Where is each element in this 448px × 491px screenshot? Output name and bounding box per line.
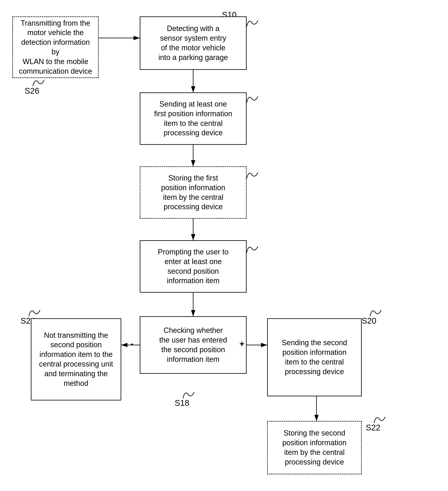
box-prompt-text: Prompting the user to enter at least one… (158, 247, 229, 286)
squiggle-s10 (244, 16, 261, 29)
box-not-transmit: Not transmitting the second position inf… (31, 318, 121, 400)
arrow-label-minus: - (130, 339, 133, 349)
box-detect: Detecting with a sensor system entry of … (140, 16, 247, 70)
box-detect-text: Detecting with a sensor system entry of … (158, 24, 228, 62)
squiggle-s24 (27, 306, 43, 318)
squiggle-s14 (244, 168, 261, 181)
box-wlan-text: Transmitting from the motor vehicle the … (17, 19, 94, 76)
squiggle-s20 (368, 306, 384, 318)
box-store-first-text: Storing the first position information i… (161, 173, 225, 212)
box-prompt: Prompting the user to enter at least one… (140, 240, 247, 293)
box-check-text: Checking whether the user has entered th… (159, 326, 227, 364)
squiggle-s18 (181, 388, 197, 400)
box-send-first-text: Sending at least one first position info… (154, 99, 232, 138)
box-store-second-text: Storing the second position information … (282, 428, 346, 467)
squiggle-s22 (372, 413, 388, 425)
box-send-second: Sending the second position information … (267, 318, 362, 396)
box-send-second-text: Sending the second position information … (282, 338, 347, 377)
box-store-second: Storing the second position information … (267, 421, 362, 474)
squiggle-s12 (244, 92, 261, 105)
arrow-label-plus: + (239, 339, 244, 349)
box-not-transmit-text: Not transmitting the second position inf… (39, 330, 113, 388)
squiggle-s16 (244, 242, 261, 255)
box-wlan: Transmitting from the motor vehicle the … (12, 16, 99, 78)
box-check: Checking whether the user has entered th… (140, 316, 247, 374)
box-store-first: Storing the first position information i… (140, 166, 247, 219)
diagram-container: S10 Detecting with a sensor system entry… (0, 0, 448, 491)
box-send-first: Sending at least one first position info… (140, 92, 247, 145)
